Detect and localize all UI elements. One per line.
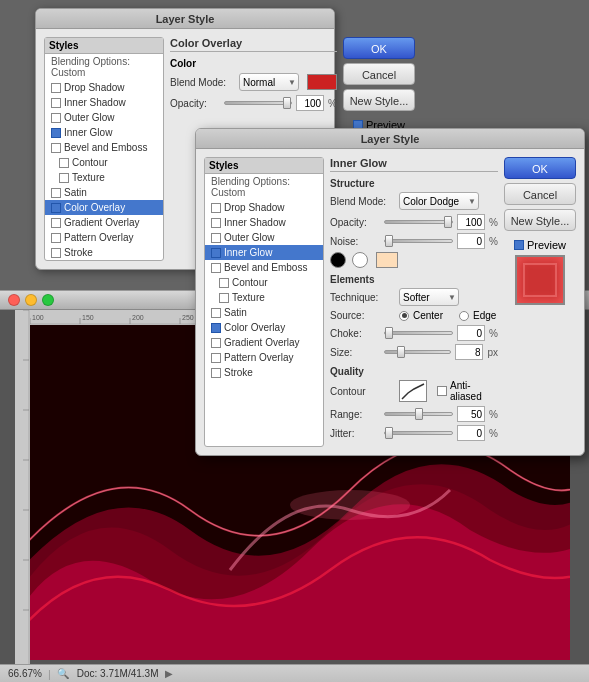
checkbox-pattern-overlay-front[interactable] [211,353,221,363]
doc-size-display: Doc: 3.71M/41.3M [77,668,159,679]
glow-mode-circle[interactable] [330,252,346,268]
sidebar-item-texture-back[interactable]: Texture [45,170,163,185]
sidebar-item-outer-glow-front[interactable]: Outer Glow [205,230,323,245]
svg-text:100: 100 [32,314,44,321]
sidebar-item-pattern-overlay-back[interactable]: Pattern Overlay [45,230,163,245]
opacity-input-front[interactable] [457,214,485,230]
checkbox-inner-glow-back[interactable] [51,128,61,138]
checkbox-satin-front[interactable] [211,308,221,318]
sidebar-item-contour-back[interactable]: Contour [45,155,163,170]
checkbox-inner-glow-front[interactable] [211,248,221,258]
ok-button-front[interactable]: OK [504,157,576,179]
size-slider[interactable] [384,350,451,354]
zoom-icon: 🔍 [57,668,69,679]
new-style-button-back[interactable]: New Style... [343,89,415,111]
jitter-slider[interactable] [384,431,453,435]
checkbox-gradient-overlay-back[interactable] [51,218,61,228]
size-input[interactable] [455,344,483,360]
sidebar-item-inner-shadow-back[interactable]: Inner Shadow [45,95,163,110]
sidebar-item-color-overlay-back[interactable]: Color Overlay [45,200,163,215]
color-swatch-back[interactable] [307,74,337,90]
blend-mode-label-front: Blend Mode: [330,196,395,207]
contour-thumbnail[interactable] [399,380,427,402]
checkbox-texture-front[interactable] [219,293,229,303]
sidebar-item-texture-front[interactable]: Texture [205,290,323,305]
checkbox-inner-shadow-back[interactable] [51,98,61,108]
sidebar-item-drop-shadow-back[interactable]: Drop Shadow [45,80,163,95]
checkbox-outer-glow-back[interactable] [51,113,61,123]
checkbox-inner-shadow-front[interactable] [211,218,221,228]
sidebar-item-inner-glow-front[interactable]: Inner Glow [205,245,323,260]
technique-select[interactable]: Softer ▼ [399,288,459,306]
checkbox-contour-back[interactable] [59,158,69,168]
sidebar-item-inner-shadow-front[interactable]: Inner Shadow [205,215,323,230]
checkbox-stroke-back[interactable] [51,248,61,258]
source-center-radio[interactable]: Center [399,310,443,321]
opacity-slider-back[interactable] [224,101,292,105]
cancel-button-back[interactable]: Cancel [343,63,415,85]
section-title-front: Inner Glow [330,157,498,172]
checkbox-bevel-back[interactable] [51,143,61,153]
checkbox-texture-back[interactable] [59,173,69,183]
sidebar-item-bevel-front[interactable]: Bevel and Emboss [205,260,323,275]
checkbox-color-overlay-front[interactable] [211,323,221,333]
minimize-button[interactable] [25,294,37,306]
dialog-title-back: Layer Style [156,13,215,25]
sidebar-item-bevel-back[interactable]: Bevel and Emboss [45,140,163,155]
cancel-button-front[interactable]: Cancel [504,183,576,205]
styles-panel-header-back: Styles [45,38,163,54]
range-slider[interactable] [384,412,453,416]
new-style-button-front[interactable]: New Style... [504,209,576,231]
noise-input[interactable] [457,233,485,249]
checkbox-pattern-overlay-back[interactable] [51,233,61,243]
source-edge-radio[interactable]: Edge [459,310,496,321]
checkbox-gradient-overlay-front[interactable] [211,338,221,348]
preview-box-front [515,255,565,305]
range-label: Range: [330,409,380,420]
dialog-titlebar-back: Layer Style [36,9,334,29]
sidebar-item-drop-shadow-front[interactable]: Drop Shadow [205,200,323,215]
arrow-right-icon: ▶ [165,668,173,679]
sidebar-item-outer-glow-back[interactable]: Outer Glow [45,110,163,125]
blending-options-back[interactable]: Blending Options: Custom [45,54,163,80]
checkbox-outer-glow-front[interactable] [211,233,221,243]
blend-mode-select-back[interactable]: Normal ▼ [239,73,299,91]
opacity-input-back[interactable] [296,95,324,111]
blend-mode-select-front[interactable]: Color Dodge ▼ [399,192,479,210]
sidebar-item-satin-front[interactable]: Satin [205,305,323,320]
blend-mode-row-front: Blend Mode: Color Dodge ▼ [330,192,498,210]
noise-percent: % [489,236,498,247]
sidebar-item-stroke-back[interactable]: Stroke [45,245,163,260]
range-input[interactable] [457,406,485,422]
checkbox-satin-back[interactable] [51,188,61,198]
choke-slider[interactable] [384,331,453,335]
glow-mode-circle-2[interactable] [352,252,368,268]
preview-checkbox-front[interactable] [514,240,524,250]
sidebar-item-contour-front[interactable]: Contour [205,275,323,290]
opacity-slider-front[interactable] [384,220,453,224]
checkbox-stroke-front[interactable] [211,368,221,378]
anti-alias-label: Anti-aliased [450,380,498,402]
noise-slider[interactable] [384,239,453,243]
sidebar-item-stroke-front[interactable]: Stroke [205,365,323,380]
checkbox-contour-front[interactable] [219,278,229,288]
glow-color-swatch[interactable] [376,252,398,268]
choke-input[interactable] [457,325,485,341]
checkbox-drop-shadow-back[interactable] [51,83,61,93]
close-button[interactable] [8,294,20,306]
blending-options-front[interactable]: Blending Options: Custom [205,174,323,200]
ok-button-back[interactable]: OK [343,37,415,59]
sidebar-item-gradient-overlay-back[interactable]: Gradient Overlay [45,215,163,230]
checkbox-drop-shadow-front[interactable] [211,203,221,213]
sidebar-item-inner-glow-back[interactable]: Inner Glow [45,125,163,140]
sidebar-item-satin-back[interactable]: Satin [45,185,163,200]
jitter-input[interactable] [457,425,485,441]
sidebar-item-gradient-overlay-front[interactable]: Gradient Overlay [205,335,323,350]
sidebar-item-color-overlay-front[interactable]: Color Overlay [205,320,323,335]
maximize-button[interactable] [42,294,54,306]
dialog-body-front: Styles Blending Options: Custom Drop Sha… [196,149,584,455]
checkbox-color-overlay-back[interactable] [51,203,61,213]
sidebar-item-pattern-overlay-front[interactable]: Pattern Overlay [205,350,323,365]
anti-alias-checkbox[interactable] [437,386,447,396]
checkbox-bevel-front[interactable] [211,263,221,273]
